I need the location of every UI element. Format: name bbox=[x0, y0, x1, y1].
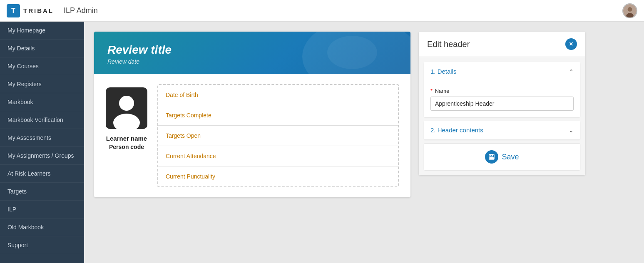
preview-card: Review title Review date Learner name Pe… bbox=[94, 32, 410, 197]
preview-body: Learner name Person code Date of Birth T… bbox=[94, 74, 410, 197]
chevron-up-icon: ⌃ bbox=[569, 68, 574, 75]
save-area: Save bbox=[424, 143, 580, 170]
logo-box: T bbox=[7, 4, 20, 17]
section-header-contents-label: 2. Header contents bbox=[430, 127, 483, 134]
svg-point-4 bbox=[113, 114, 140, 129]
edit-panel-title: Edit header bbox=[427, 40, 470, 49]
main-layout: My Homepage My Details My Courses My Reg… bbox=[0, 22, 644, 263]
person-code: Person code bbox=[109, 144, 144, 150]
save-button[interactable]: Save bbox=[485, 150, 519, 164]
field-current-punctuality: Current Punctuality bbox=[158, 166, 398, 186]
section-details-content: * Name bbox=[424, 81, 580, 117]
chevron-down-icon: ⌄ bbox=[569, 127, 574, 134]
required-star: * bbox=[430, 88, 433, 94]
edit-panel-body: 1. Details ⌃ * Name bbox=[419, 57, 585, 175]
sidebar-item-markbook[interactable]: Markbook bbox=[0, 93, 84, 111]
save-icon bbox=[485, 150, 498, 164]
sidebar-item-at-risk-learners[interactable]: At Risk Learners bbox=[0, 165, 84, 183]
brand-name: TRIBAL bbox=[23, 7, 54, 14]
sidebar-item-my-registers[interactable]: My Registers bbox=[0, 75, 84, 93]
sidebar: My Homepage My Details My Courses My Reg… bbox=[0, 22, 84, 263]
content-area: Review title Review date Learner name Pe… bbox=[84, 22, 644, 263]
field-targets-open: Targets Open bbox=[158, 126, 398, 146]
sidebar-item-my-assessments[interactable]: My Assessments bbox=[0, 129, 84, 147]
logo: T TRIBAL bbox=[7, 4, 54, 17]
svg-point-3 bbox=[119, 96, 134, 111]
sidebar-item-old-markbook[interactable]: Old Markbook bbox=[0, 218, 84, 236]
review-date: Review date bbox=[107, 58, 397, 65]
learner-profile: Learner name Person code bbox=[106, 84, 147, 187]
logo-letter: T bbox=[11, 7, 15, 15]
app-title: ILP Admin bbox=[64, 6, 98, 15]
section-details-header[interactable]: 1. Details ⌃ bbox=[424, 62, 580, 81]
user-avatar[interactable] bbox=[622, 3, 637, 18]
topbar: T TRIBAL ILP Admin bbox=[0, 0, 644, 22]
edit-panel-header: Edit header × bbox=[419, 32, 585, 57]
save-label: Save bbox=[502, 153, 519, 161]
fields-container: Date of Birth Targets Complete Targets O… bbox=[157, 84, 399, 187]
sidebar-item-ilp[interactable]: ILP bbox=[0, 201, 84, 218]
close-icon: × bbox=[569, 40, 573, 48]
review-title: Review title bbox=[107, 43, 397, 57]
sidebar-item-my-courses[interactable]: My Courses bbox=[0, 57, 84, 75]
sidebar-item-markbook-verification[interactable]: Markbook Verification bbox=[0, 111, 84, 129]
section-header-contents: 2. Header contents ⌄ bbox=[424, 121, 580, 140]
learner-name: Learner name bbox=[106, 135, 147, 142]
field-targets-complete: Targets Complete bbox=[158, 105, 398, 126]
section-details-label: 1. Details bbox=[430, 68, 457, 75]
svg-rect-8 bbox=[491, 155, 492, 156]
sidebar-item-my-details[interactable]: My Details bbox=[0, 40, 84, 57]
edit-panel: Edit header × 1. Details ⌃ bbox=[419, 32, 585, 175]
svg-point-1 bbox=[628, 7, 632, 12]
sidebar-item-my-assignments-groups[interactable]: My Assignments / Groups bbox=[0, 147, 84, 165]
sidebar-item-my-homepage[interactable]: My Homepage bbox=[0, 22, 84, 40]
learner-avatar-box bbox=[106, 87, 147, 129]
section-details: 1. Details ⌃ * Name bbox=[424, 62, 580, 117]
name-input[interactable] bbox=[430, 97, 574, 111]
close-button[interactable]: × bbox=[565, 38, 577, 50]
svg-rect-7 bbox=[490, 157, 494, 159]
section-header-contents-header[interactable]: 2. Header contents ⌄ bbox=[424, 121, 580, 140]
name-field-label: * Name bbox=[430, 88, 574, 94]
sidebar-item-support[interactable]: Support bbox=[0, 236, 84, 254]
preview-header: Review title Review date bbox=[94, 32, 410, 74]
field-date-of-birth: Date of Birth bbox=[158, 85, 398, 105]
sidebar-item-targets[interactable]: Targets bbox=[0, 183, 84, 201]
field-current-attendance: Current Attendance bbox=[158, 146, 398, 166]
